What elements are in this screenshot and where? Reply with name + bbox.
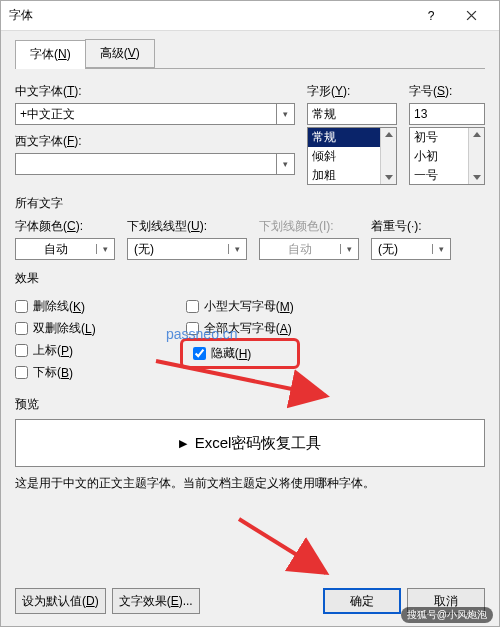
- preview-description: 这是用于中文的正文主题字体。当前文档主题定义将使用哪种字体。: [15, 475, 485, 492]
- ok-button[interactable]: 确定: [323, 588, 401, 614]
- text-effects-button[interactable]: 文字效果(E)...: [112, 588, 200, 614]
- tab-advanced[interactable]: 高级(V): [85, 39, 155, 68]
- chevron-down-icon: ▾: [340, 244, 358, 254]
- font-size-list[interactable]: 初号 小初 一号: [409, 127, 485, 185]
- label-emphasis: 着重号(·):: [371, 218, 451, 235]
- emphasis-dropdown[interactable]: (无)▾: [371, 238, 451, 260]
- section-all-characters: 所有文字: [15, 195, 485, 212]
- tabs: 字体(N) 高级(V): [15, 39, 485, 69]
- chevron-down-icon: ▾: [432, 244, 450, 254]
- label-western-font: 西文字体(F):: [15, 133, 295, 150]
- checkbox-hidden[interactable]: 隐藏(H): [193, 345, 287, 362]
- underline-color-dropdown: 自动▾: [259, 238, 359, 260]
- chinese-font-input[interactable]: [16, 104, 276, 124]
- chevron-down-icon[interactable]: ▾: [276, 104, 294, 124]
- font-color-dropdown[interactable]: 自动▾: [15, 238, 115, 260]
- preview-box: ▶ Excel密码恢复工具: [15, 419, 485, 467]
- titlebar: 字体 ?: [1, 1, 499, 31]
- dialog-title: 字体: [9, 7, 411, 24]
- scrollbar[interactable]: [380, 128, 396, 184]
- callout-hidden: 隐藏(H): [180, 338, 300, 369]
- set-default-button[interactable]: 设为默认值(D): [15, 588, 106, 614]
- section-preview: 预览: [15, 396, 485, 413]
- section-effects: 效果: [15, 270, 485, 287]
- label-font-size: 字号(S):: [409, 83, 485, 100]
- checkbox-double-strikethrough[interactable]: 双删除线(L): [15, 320, 96, 337]
- checkbox-all-caps[interactable]: 全部大写字母(A): [186, 320, 294, 337]
- label-chinese-font: 中文字体(T):: [15, 83, 295, 100]
- scrollbar[interactable]: [468, 128, 484, 184]
- checkbox-subscript[interactable]: 下标(B): [15, 364, 96, 381]
- chevron-down-icon: ▾: [228, 244, 246, 254]
- tab-font[interactable]: 字体(N): [15, 40, 86, 69]
- font-size-input-wrap: [409, 103, 485, 125]
- font-size-input[interactable]: [410, 104, 500, 124]
- close-icon: [466, 10, 477, 21]
- author-signature: 搜狐号@小风炮泡: [401, 607, 493, 623]
- label-underline-color: 下划线颜色(I):: [259, 218, 359, 235]
- help-button[interactable]: ?: [411, 2, 451, 30]
- font-style-input-wrap: [307, 103, 397, 125]
- checkbox-strikethrough[interactable]: 删除线(K): [15, 298, 96, 315]
- western-font-input[interactable]: [16, 154, 276, 174]
- chinese-font-combo[interactable]: ▾: [15, 103, 295, 125]
- chevron-down-icon: ▾: [96, 244, 114, 254]
- label-underline-style: 下划线线型(U):: [127, 218, 247, 235]
- font-dialog: 字体 ? 字体(N) 高级(V) 中文字体(T): ▾ 西文字体(F): ▾: [0, 0, 500, 627]
- svg-line-1: [239, 519, 326, 573]
- chevron-down-icon[interactable]: ▾: [276, 154, 294, 174]
- font-style-list[interactable]: 常规 倾斜 加粗: [307, 127, 397, 185]
- annotation-arrow-2: [231, 511, 341, 586]
- underline-style-dropdown[interactable]: (无)▾: [127, 238, 247, 260]
- label-font-style: 字形(Y):: [307, 83, 397, 100]
- preview-text: Excel密码恢复工具: [195, 434, 322, 453]
- close-button[interactable]: [451, 2, 491, 30]
- western-font-combo[interactable]: ▾: [15, 153, 295, 175]
- checkbox-small-caps[interactable]: 小型大写字母(M): [186, 298, 294, 315]
- label-font-color: 字体颜色(C):: [15, 218, 115, 235]
- checkbox-superscript[interactable]: 上标(P): [15, 342, 96, 359]
- triangle-right-icon: ▶: [179, 437, 187, 450]
